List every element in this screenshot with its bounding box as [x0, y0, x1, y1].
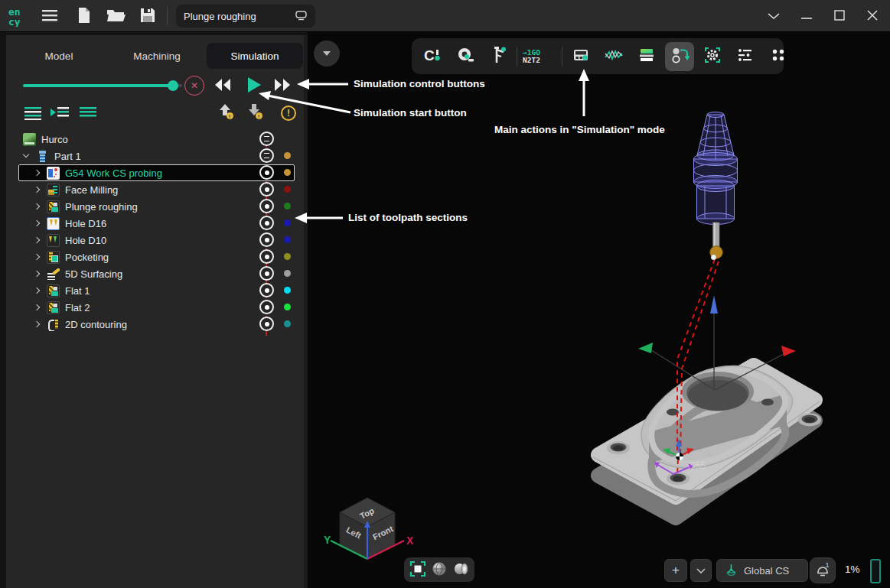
tree-item-g54-probing[interactable]: G54 Work CS probing — [18, 164, 295, 181]
chevron-right-icon[interactable] — [32, 252, 41, 262]
chevron-down-icon[interactable] — [21, 151, 31, 161]
tab-model[interactable]: Model — [17, 43, 101, 69]
tree-item-plunge-roughing[interactable]: Plunge roughing — [18, 198, 295, 215]
tree-item-part1[interactable]: Part 1 — [18, 148, 295, 164]
apps-grid-button[interactable] — [764, 42, 793, 71]
cs-options-button[interactable] — [690, 559, 712, 582]
simulation-progress-slider[interactable] — [23, 84, 182, 87]
chevron-right-icon[interactable] — [32, 185, 41, 194]
chevron-right-icon[interactable] — [32, 286, 41, 295]
hamburger-icon — [42, 9, 57, 24]
tree-item-face-milling[interactable]: Face Milling — [18, 181, 295, 198]
chevron-right-icon[interactable] — [32, 202, 41, 211]
toolpath-visibility-toggle[interactable] — [259, 317, 274, 331]
progress-battery-icon — [870, 559, 881, 583]
warnings-button[interactable]: ! — [281, 106, 296, 121]
toolpath-visibility-toggle[interactable] — [259, 232, 274, 247]
tree-item-hurco[interactable]: Hurco — [18, 131, 295, 148]
caliper-button[interactable] — [484, 42, 513, 71]
maximize-button[interactable] — [827, 4, 852, 28]
chevron-right-icon[interactable] — [32, 320, 41, 329]
tree-item-flat1[interactable]: Flat 1 — [18, 282, 295, 299]
toolpath-visibility-toggle[interactable] — [259, 283, 274, 297]
toolpath-visibility-toggle[interactable] — [259, 266, 274, 281]
move-up-warning-button[interactable]: ! — [218, 104, 235, 121]
chevron-right-icon[interactable] — [32, 219, 41, 228]
tree-item-hole-d16[interactable]: Hole D16 — [18, 215, 295, 232]
gcode-button[interactable]: →1GO N2T2 — [521, 42, 558, 71]
coordinate-system-selector[interactable]: Global CS — [716, 559, 808, 582]
view-cube[interactable]: Top Left Front Y X — [324, 498, 414, 559]
simulation-stop-button[interactable]: ✕ — [184, 76, 204, 96]
move-down-warning-button[interactable]: ! — [247, 104, 264, 121]
stock-button[interactable] — [632, 42, 661, 71]
list-view-current-button[interactable] — [51, 106, 70, 121]
bell-badge: 1 — [826, 561, 830, 569]
tree-item-flat2[interactable]: Flat 2 — [18, 299, 295, 316]
save-file-button[interactable] — [135, 4, 160, 28]
pocketing-icon — [47, 251, 60, 264]
toolpath-visibility-toggle[interactable] — [259, 165, 274, 180]
measure-tape-button[interactable] — [451, 42, 480, 71]
shading-mode-button[interactable] — [429, 560, 449, 580]
titlebar: ency Plunge roughing — [0, 0, 890, 32]
probe-tools-button[interactable]: C — [418, 42, 447, 71]
machined-part[interactable] — [308, 32, 821, 518]
program-settings-button[interactable] — [731, 42, 760, 71]
simulation-fast-forward-button[interactable] — [272, 76, 293, 95]
minimize-icon — [801, 11, 812, 22]
viewport-3d-scene[interactable]: G55 — [308, 32, 890, 588]
x-axis-label: X — [406, 534, 414, 547]
chevron-right-icon[interactable] — [32, 303, 41, 312]
toolpath-color-dot — [284, 287, 291, 294]
part-icon — [36, 150, 49, 163]
list-view-compact-button[interactable] — [80, 106, 99, 121]
diagnostics-graph-button[interactable] — [599, 42, 628, 71]
tree-item-hole-d10[interactable]: Hole D10 — [18, 232, 295, 249]
close-window-button[interactable] — [860, 4, 885, 28]
chevron-right-icon[interactable] — [32, 236, 41, 245]
fit-view-button[interactable] — [408, 560, 428, 580]
tree-item-label: Flat 2 — [65, 302, 90, 313]
panel-expander-button[interactable] — [314, 41, 340, 67]
simulation-mode-button[interactable] — [665, 42, 694, 71]
item-menu-toggle[interactable] — [259, 132, 274, 146]
main-menu-button[interactable] — [37, 4, 62, 28]
y-axis-label: Y — [324, 534, 331, 546]
toolpath-visibility-toggle[interactable] — [259, 199, 274, 213]
new-file-button[interactable] — [72, 4, 96, 28]
toolpath-visibility-toggle[interactable] — [259, 300, 274, 314]
tree-item-label: 5D Surfacing — [65, 268, 122, 280]
toolpath-visibility-toggle[interactable] — [259, 216, 274, 230]
tab-simulation[interactable]: Simulation — [207, 43, 303, 69]
machine-settings-button[interactable] — [698, 42, 727, 71]
toolpath-tree: Hurco Part 1 G54 Work CS probing Fa — [6, 131, 304, 345]
item-menu-toggle[interactable] — [259, 148, 274, 163]
tab-machining[interactable]: Machining — [115, 43, 199, 69]
list-view-all-button[interactable] — [24, 106, 44, 121]
simulation-start-button[interactable] — [244, 76, 264, 96]
open-file-button[interactable] — [103, 4, 128, 28]
slider-fill — [23, 84, 173, 87]
calculator-button[interactable] — [566, 42, 595, 71]
add-cs-button[interactable]: + — [664, 559, 687, 582]
slider-thumb[interactable] — [168, 80, 178, 91]
chevron-right-icon[interactable] — [32, 168, 41, 177]
toolpath-visibility-toggle[interactable] — [259, 182, 274, 197]
document-selector-dropdown[interactable]: Plunge roughing — [176, 5, 315, 28]
simulation-toolbar: C →1GO N2T2 — [412, 38, 784, 74]
minimize-button[interactable] — [794, 4, 819, 28]
tree-item-2d-contouring[interactable]: 2D contouring — [18, 316, 295, 333]
face-milling-icon — [47, 184, 60, 197]
cs-triad-icon — [725, 563, 738, 578]
tree-item-5d-surfacing[interactable]: 5D Surfacing — [18, 265, 295, 282]
stock-view-button[interactable] — [451, 560, 471, 580]
viewport-3d[interactable]: G55 — [308, 32, 890, 588]
tree-item-pocketing[interactable]: Pocketing — [18, 249, 295, 265]
simulation-rewind-button[interactable] — [212, 76, 233, 95]
toolpath-visibility-toggle[interactable] — [259, 249, 274, 264]
notifications-button[interactable]: 1 — [810, 557, 836, 583]
collapse-window-button[interactable] — [761, 4, 786, 28]
probe-tool[interactable] — [694, 112, 738, 225]
chevron-right-icon[interactable] — [32, 269, 41, 278]
